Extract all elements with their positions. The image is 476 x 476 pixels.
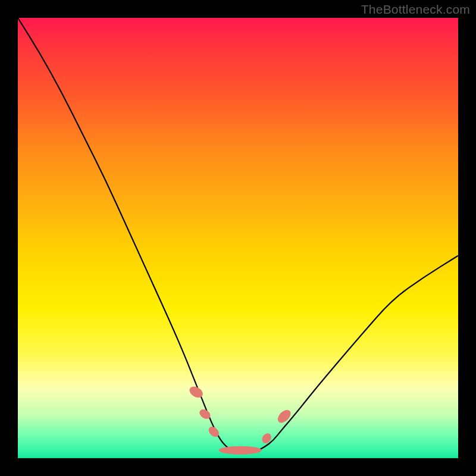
chart-svg <box>18 18 458 458</box>
marker-trough-bar <box>219 446 262 455</box>
marker-right-lower <box>260 431 273 445</box>
marker-group <box>187 384 293 455</box>
gradient-plot-area <box>18 18 458 458</box>
marker-right-upper <box>275 408 293 425</box>
watermark-text: TheBottleneck.com <box>361 2 470 17</box>
chart-frame: TheBottleneck.com <box>0 0 476 476</box>
bottleneck-curve <box>18 18 458 453</box>
marker-left-upper <box>187 384 205 400</box>
